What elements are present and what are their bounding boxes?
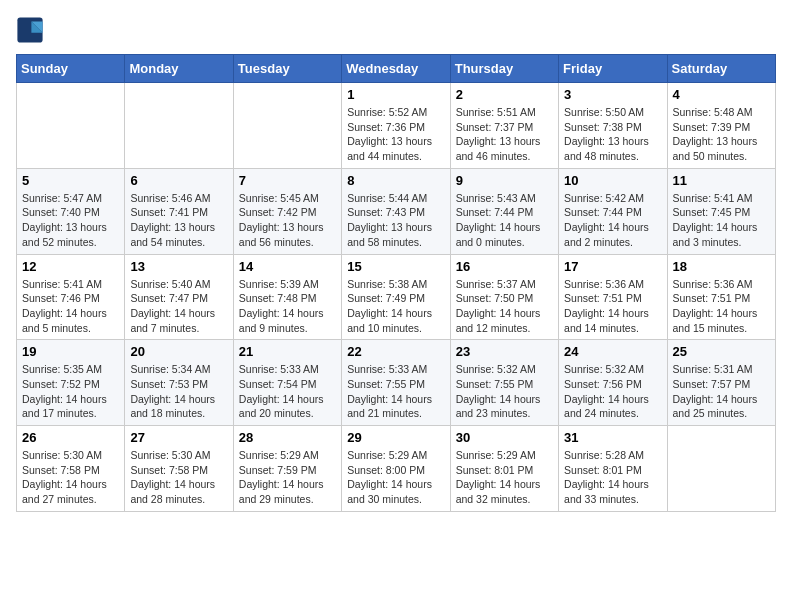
day-info: Sunrise: 5:39 AM Sunset: 7:48 PM Dayligh…: [239, 277, 336, 336]
day-number: 24: [564, 344, 661, 359]
calendar-cell: 7Sunrise: 5:45 AM Sunset: 7:42 PM Daylig…: [233, 168, 341, 254]
calendar-cell: 1Sunrise: 5:52 AM Sunset: 7:36 PM Daylig…: [342, 83, 450, 169]
calendar-cell: [233, 83, 341, 169]
calendar-cell: 10Sunrise: 5:42 AM Sunset: 7:44 PM Dayli…: [559, 168, 667, 254]
day-number: 30: [456, 430, 553, 445]
calendar-cell: 28Sunrise: 5:29 AM Sunset: 7:59 PM Dayli…: [233, 426, 341, 512]
calendar-cell: 20Sunrise: 5:34 AM Sunset: 7:53 PM Dayli…: [125, 340, 233, 426]
day-number: 13: [130, 259, 227, 274]
calendar-cell: [667, 426, 775, 512]
logo: [16, 16, 48, 44]
day-number: 16: [456, 259, 553, 274]
weekday-header-tuesday: Tuesday: [233, 55, 341, 83]
day-number: 15: [347, 259, 444, 274]
calendar-cell: 8Sunrise: 5:44 AM Sunset: 7:43 PM Daylig…: [342, 168, 450, 254]
calendar-cell: [17, 83, 125, 169]
day-info: Sunrise: 5:32 AM Sunset: 7:55 PM Dayligh…: [456, 362, 553, 421]
day-number: 1: [347, 87, 444, 102]
day-info: Sunrise: 5:47 AM Sunset: 7:40 PM Dayligh…: [22, 191, 119, 250]
day-info: Sunrise: 5:51 AM Sunset: 7:37 PM Dayligh…: [456, 105, 553, 164]
day-number: 19: [22, 344, 119, 359]
calendar-cell: 11Sunrise: 5:41 AM Sunset: 7:45 PM Dayli…: [667, 168, 775, 254]
calendar-week-row: 5Sunrise: 5:47 AM Sunset: 7:40 PM Daylig…: [17, 168, 776, 254]
calendar-cell: 19Sunrise: 5:35 AM Sunset: 7:52 PM Dayli…: [17, 340, 125, 426]
day-info: Sunrise: 5:32 AM Sunset: 7:56 PM Dayligh…: [564, 362, 661, 421]
day-number: 29: [347, 430, 444, 445]
weekday-header-sunday: Sunday: [17, 55, 125, 83]
day-number: 28: [239, 430, 336, 445]
calendar-cell: 16Sunrise: 5:37 AM Sunset: 7:50 PM Dayli…: [450, 254, 558, 340]
day-info: Sunrise: 5:43 AM Sunset: 7:44 PM Dayligh…: [456, 191, 553, 250]
day-number: 3: [564, 87, 661, 102]
day-number: 26: [22, 430, 119, 445]
calendar-cell: 27Sunrise: 5:30 AM Sunset: 7:58 PM Dayli…: [125, 426, 233, 512]
calendar-cell: 4Sunrise: 5:48 AM Sunset: 7:39 PM Daylig…: [667, 83, 775, 169]
weekday-header-saturday: Saturday: [667, 55, 775, 83]
logo-icon: [16, 16, 44, 44]
day-info: Sunrise: 5:50 AM Sunset: 7:38 PM Dayligh…: [564, 105, 661, 164]
calendar-cell: 22Sunrise: 5:33 AM Sunset: 7:55 PM Dayli…: [342, 340, 450, 426]
calendar-cell: 30Sunrise: 5:29 AM Sunset: 8:01 PM Dayli…: [450, 426, 558, 512]
weekday-header-monday: Monday: [125, 55, 233, 83]
calendar-cell: [125, 83, 233, 169]
day-number: 31: [564, 430, 661, 445]
calendar-cell: 18Sunrise: 5:36 AM Sunset: 7:51 PM Dayli…: [667, 254, 775, 340]
day-number: 4: [673, 87, 770, 102]
day-info: Sunrise: 5:34 AM Sunset: 7:53 PM Dayligh…: [130, 362, 227, 421]
day-number: 18: [673, 259, 770, 274]
day-number: 6: [130, 173, 227, 188]
weekday-header-wednesday: Wednesday: [342, 55, 450, 83]
day-number: 20: [130, 344, 227, 359]
calendar-week-row: 1Sunrise: 5:52 AM Sunset: 7:36 PM Daylig…: [17, 83, 776, 169]
calendar-cell: 3Sunrise: 5:50 AM Sunset: 7:38 PM Daylig…: [559, 83, 667, 169]
weekday-header-thursday: Thursday: [450, 55, 558, 83]
day-number: 25: [673, 344, 770, 359]
day-info: Sunrise: 5:31 AM Sunset: 7:57 PM Dayligh…: [673, 362, 770, 421]
day-info: Sunrise: 5:36 AM Sunset: 7:51 PM Dayligh…: [673, 277, 770, 336]
calendar-cell: 23Sunrise: 5:32 AM Sunset: 7:55 PM Dayli…: [450, 340, 558, 426]
day-number: 14: [239, 259, 336, 274]
calendar-cell: 29Sunrise: 5:29 AM Sunset: 8:00 PM Dayli…: [342, 426, 450, 512]
day-info: Sunrise: 5:33 AM Sunset: 7:54 PM Dayligh…: [239, 362, 336, 421]
day-info: Sunrise: 5:42 AM Sunset: 7:44 PM Dayligh…: [564, 191, 661, 250]
day-info: Sunrise: 5:45 AM Sunset: 7:42 PM Dayligh…: [239, 191, 336, 250]
calendar-cell: 25Sunrise: 5:31 AM Sunset: 7:57 PM Dayli…: [667, 340, 775, 426]
calendar-cell: 5Sunrise: 5:47 AM Sunset: 7:40 PM Daylig…: [17, 168, 125, 254]
weekday-header-row: SundayMondayTuesdayWednesdayThursdayFrid…: [17, 55, 776, 83]
day-info: Sunrise: 5:30 AM Sunset: 7:58 PM Dayligh…: [130, 448, 227, 507]
day-info: Sunrise: 5:28 AM Sunset: 8:01 PM Dayligh…: [564, 448, 661, 507]
day-number: 27: [130, 430, 227, 445]
calendar-cell: 31Sunrise: 5:28 AM Sunset: 8:01 PM Dayli…: [559, 426, 667, 512]
weekday-header-friday: Friday: [559, 55, 667, 83]
calendar-cell: 2Sunrise: 5:51 AM Sunset: 7:37 PM Daylig…: [450, 83, 558, 169]
day-number: 7: [239, 173, 336, 188]
calendar-table: SundayMondayTuesdayWednesdayThursdayFrid…: [16, 54, 776, 512]
calendar-cell: 13Sunrise: 5:40 AM Sunset: 7:47 PM Dayli…: [125, 254, 233, 340]
calendar-cell: 6Sunrise: 5:46 AM Sunset: 7:41 PM Daylig…: [125, 168, 233, 254]
day-number: 2: [456, 87, 553, 102]
day-info: Sunrise: 5:48 AM Sunset: 7:39 PM Dayligh…: [673, 105, 770, 164]
calendar-cell: 14Sunrise: 5:39 AM Sunset: 7:48 PM Dayli…: [233, 254, 341, 340]
calendar-cell: 21Sunrise: 5:33 AM Sunset: 7:54 PM Dayli…: [233, 340, 341, 426]
day-info: Sunrise: 5:41 AM Sunset: 7:45 PM Dayligh…: [673, 191, 770, 250]
day-number: 21: [239, 344, 336, 359]
calendar-week-row: 12Sunrise: 5:41 AM Sunset: 7:46 PM Dayli…: [17, 254, 776, 340]
day-info: Sunrise: 5:33 AM Sunset: 7:55 PM Dayligh…: [347, 362, 444, 421]
day-info: Sunrise: 5:46 AM Sunset: 7:41 PM Dayligh…: [130, 191, 227, 250]
day-info: Sunrise: 5:29 AM Sunset: 8:00 PM Dayligh…: [347, 448, 444, 507]
day-info: Sunrise: 5:44 AM Sunset: 7:43 PM Dayligh…: [347, 191, 444, 250]
calendar-week-row: 19Sunrise: 5:35 AM Sunset: 7:52 PM Dayli…: [17, 340, 776, 426]
calendar-cell: 17Sunrise: 5:36 AM Sunset: 7:51 PM Dayli…: [559, 254, 667, 340]
day-info: Sunrise: 5:29 AM Sunset: 7:59 PM Dayligh…: [239, 448, 336, 507]
calendar-cell: 12Sunrise: 5:41 AM Sunset: 7:46 PM Dayli…: [17, 254, 125, 340]
calendar-cell: 9Sunrise: 5:43 AM Sunset: 7:44 PM Daylig…: [450, 168, 558, 254]
day-info: Sunrise: 5:36 AM Sunset: 7:51 PM Dayligh…: [564, 277, 661, 336]
day-info: Sunrise: 5:41 AM Sunset: 7:46 PM Dayligh…: [22, 277, 119, 336]
day-number: 12: [22, 259, 119, 274]
day-number: 5: [22, 173, 119, 188]
day-info: Sunrise: 5:40 AM Sunset: 7:47 PM Dayligh…: [130, 277, 227, 336]
day-number: 8: [347, 173, 444, 188]
calendar-cell: 24Sunrise: 5:32 AM Sunset: 7:56 PM Dayli…: [559, 340, 667, 426]
day-number: 17: [564, 259, 661, 274]
day-number: 10: [564, 173, 661, 188]
